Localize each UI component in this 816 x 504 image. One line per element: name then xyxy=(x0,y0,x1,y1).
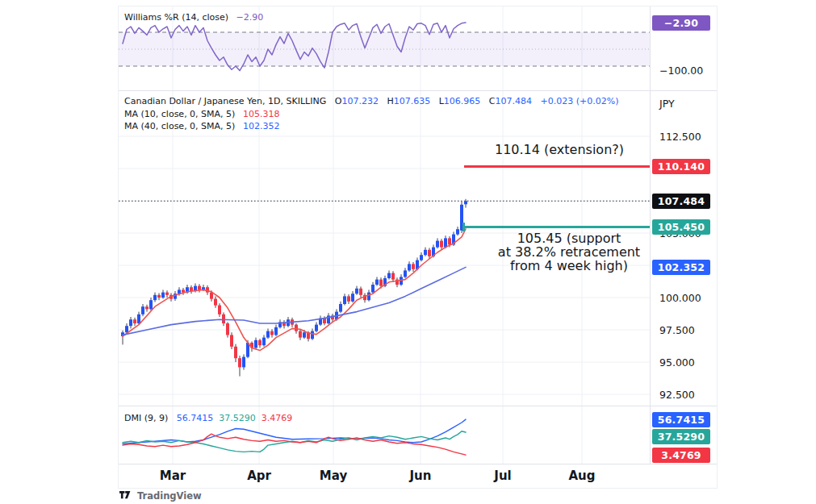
panel-separator xyxy=(119,464,717,464)
axis-label: JPY xyxy=(659,98,675,110)
dmi-value: 56.7415 xyxy=(177,413,214,423)
close-label: C xyxy=(489,96,496,106)
dmi-values: 56.741537.52903.4769 xyxy=(171,413,293,423)
tradingview-mark-icon xyxy=(119,491,132,501)
axis-label: 95.000 xyxy=(659,356,695,369)
ma40-legend[interactable]: MA (40, close, 0, SMA, 5) 102.352 xyxy=(124,121,279,132)
tradingview-logo-text: TradingView xyxy=(137,490,202,502)
time-axis-month-label: Mar xyxy=(147,469,199,483)
axis-label: −100.00 xyxy=(659,65,703,77)
ma10-value: 105.318 xyxy=(243,109,280,119)
panel-separator[interactable] xyxy=(119,90,717,91)
axis-price-badge: 107.484 xyxy=(652,194,710,209)
panel-separator[interactable] xyxy=(119,406,717,406)
axis-label: 92.500 xyxy=(659,389,695,401)
symbol-title: Canadian Dollar / Japanese Yen, 1D, SKIL… xyxy=(124,96,326,106)
time-axis-month-label: Apr xyxy=(233,469,285,483)
resistance-line-110-14[interactable] xyxy=(464,165,650,168)
symbol-legend[interactable]: Canadian Dollar / Japanese Yen, 1D, SKIL… xyxy=(124,96,618,107)
axis-label: 112.500 xyxy=(659,131,701,143)
support-line-105-45[interactable] xyxy=(462,226,650,228)
high-label: H xyxy=(387,96,393,106)
williams-r-legend-title: Williams %R (14, close) xyxy=(124,12,228,23)
high-value: 107.635 xyxy=(394,96,431,106)
dmi-value: 3.4769 xyxy=(262,413,293,423)
ma40-legend-title: MA (40, close, 0, SMA, 5) xyxy=(124,121,235,131)
low-value: 106.965 xyxy=(444,96,481,106)
annotation-support-line3: from 4 week high) xyxy=(440,259,698,273)
time-axis-month-label: Jul xyxy=(477,469,529,483)
ma10-legend[interactable]: MA (10, close, 0, SMA, 5) 105.318 xyxy=(124,109,279,120)
annotation-support-text[interactable]: 105.45 (support at 38.2% retracement fro… xyxy=(440,231,698,273)
axis-label: 100.000 xyxy=(659,292,701,304)
axis-price-badge: 37.5290 xyxy=(652,429,710,444)
ma10-legend-title: MA (10, close, 0, SMA, 5) xyxy=(124,109,235,119)
close-value: 107.484 xyxy=(496,96,533,106)
axis-price-badge: 3.4769 xyxy=(652,448,710,463)
axis-price-badge: 56.7415 xyxy=(652,412,710,427)
time-axis-month-label: Jun xyxy=(395,469,446,483)
chart-container[interactable]: Williams %R (14, close) −2.90 Canadian D… xyxy=(119,6,717,488)
support-line-start-cap[interactable] xyxy=(462,223,465,231)
annotation-support-line2: at 38.2% retracement xyxy=(440,245,698,259)
open-value: 107.232 xyxy=(341,96,379,106)
time-axis-month-label: May xyxy=(308,469,359,483)
annotation-extension-text[interactable]: 110.14 (extension?) xyxy=(430,143,688,156)
ma40-value: 102.352 xyxy=(243,121,280,131)
axis-price-badge: 110.140 xyxy=(652,159,710,174)
page: Williams %R (14, close) −2.90 Canadian D… xyxy=(0,0,816,504)
dmi-legend[interactable]: DMI (9, 9) 56.741537.52903.4769 xyxy=(124,413,292,424)
axis-label: 97.500 xyxy=(659,324,695,336)
tradingview-logo[interactable]: TradingView xyxy=(119,490,202,502)
dmi-value: 37.5290 xyxy=(219,413,256,423)
change-value: +0.023 (+0.02%) xyxy=(541,96,619,106)
annotation-support-line1: 105.45 (support xyxy=(440,231,698,245)
williams-r-value: −2.90 xyxy=(236,12,264,23)
axis-price-badge: −2.90 xyxy=(652,15,710,31)
williams-r-legend[interactable]: Williams %R (14, close) −2.90 xyxy=(124,12,263,23)
dmi-legend-title: DMI (9, 9) xyxy=(124,413,168,423)
time-axis-month-label: Aug xyxy=(556,469,608,483)
